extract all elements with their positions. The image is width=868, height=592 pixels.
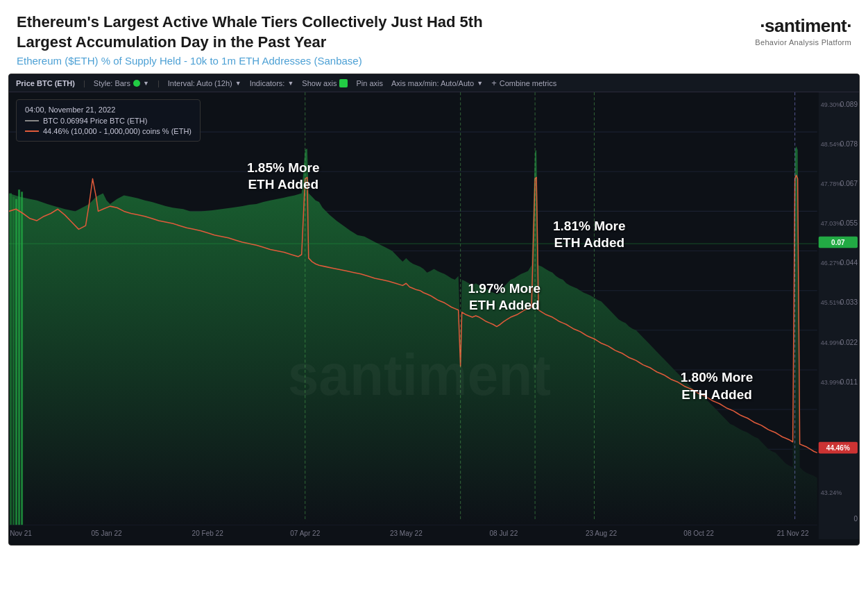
svg-text:23 May 22: 23 May 22 bbox=[390, 530, 423, 537]
svg-text:47.78%: 47.78% bbox=[821, 180, 842, 187]
svg-text:44.99%: 44.99% bbox=[821, 339, 842, 346]
svg-rect-12 bbox=[10, 194, 12, 525]
combine-metrics-btn[interactable]: + Combine metrics bbox=[491, 78, 556, 88]
svg-text:0.089: 0.089 bbox=[840, 101, 858, 108]
svg-text:08 Jul 22: 08 Jul 22 bbox=[490, 530, 518, 537]
axis-maxmin-selector[interactable]: Axis max/min: Auto/Auto ▼ bbox=[391, 79, 483, 87]
svg-text:0.07: 0.07 bbox=[831, 239, 845, 246]
svg-rect-24 bbox=[819, 92, 859, 539]
svg-text:43.24%: 43.24% bbox=[821, 489, 842, 496]
svg-text:08 Oct 22: 08 Oct 22 bbox=[683, 530, 714, 537]
svg-rect-16 bbox=[21, 192, 23, 525]
brand: ·santiment· Behavior Analysis Platform bbox=[755, 12, 851, 46]
svg-text:0.067: 0.067 bbox=[840, 180, 858, 187]
chart-plot: santiment 0.089 0.078 0.067 bbox=[9, 92, 859, 539]
svg-text:05 Jan 22: 05 Jan 22 bbox=[92, 530, 122, 537]
svg-text:0.078: 0.078 bbox=[840, 140, 858, 148]
indicators-selector[interactable]: Indicators: ▼ bbox=[250, 79, 294, 87]
interval-selector[interactable]: Interval: Auto (12h) ▼ bbox=[168, 79, 241, 87]
show-axis-label: Show axis bbox=[302, 79, 337, 87]
interval-label: Interval: Auto (12h) bbox=[168, 79, 232, 87]
brand-name: ·santiment· bbox=[760, 15, 851, 37]
axis-maxmin-label: Axis max/min: Auto/Auto bbox=[391, 79, 474, 87]
svg-text:20 Feb 22: 20 Feb 22 bbox=[192, 530, 223, 537]
tooltip-row-2: 44.46% (10,000 - 1,000,000) coins % (ETH… bbox=[25, 127, 192, 135]
indicators-label: Indicators: bbox=[250, 79, 285, 87]
svg-text:santiment: santiment bbox=[288, 343, 551, 407]
show-axis-checkbox[interactable] bbox=[339, 79, 348, 87]
green-color-dot bbox=[133, 80, 140, 87]
svg-text:23 Aug 22: 23 Aug 22 bbox=[586, 530, 617, 537]
svg-text:49.30%: 49.30% bbox=[821, 101, 842, 108]
tooltip-date: 04:00, November 21, 2022 bbox=[25, 105, 192, 114]
plus-icon: + bbox=[491, 78, 497, 88]
svg-text:44.46%: 44.46% bbox=[826, 444, 850, 452]
header-left: Ethereum's Largest Active Whale Tiers Co… bbox=[17, 12, 755, 67]
show-axis-toggle[interactable]: Show axis bbox=[302, 79, 348, 87]
svg-text:47.03%: 47.03% bbox=[821, 220, 842, 227]
svg-text:0.044: 0.044 bbox=[840, 259, 858, 267]
svg-text:0: 0 bbox=[853, 515, 858, 523]
svg-text:20 Nov 21: 20 Nov 21 bbox=[9, 530, 32, 537]
chart-title: Price BTC (ETH) bbox=[16, 79, 75, 87]
pin-axis-label: Pin axis bbox=[356, 79, 383, 87]
combine-label: Combine metrics bbox=[500, 79, 557, 87]
svg-text:0.022: 0.022 bbox=[840, 339, 858, 346]
tooltip-eth-value: 44.46% (10,000 - 1,000,000) coins % (ETH… bbox=[43, 127, 192, 135]
svg-text:43.99%: 43.99% bbox=[821, 379, 842, 386]
tooltip-btc-value: BTC 0.06994 Price BTC (ETH) bbox=[43, 117, 147, 125]
page-wrapper: Ethereum's Largest Active Whale Tiers Co… bbox=[0, 0, 868, 592]
svg-text:0.011: 0.011 bbox=[840, 378, 858, 386]
eth-legend-line bbox=[25, 130, 39, 132]
chart-container: Price BTC (ETH) | Style: Bars ▼ | Interv… bbox=[8, 74, 860, 546]
brand-tagline: Behavior Analysis Platform bbox=[755, 38, 851, 46]
svg-text:46.27%: 46.27% bbox=[821, 260, 842, 267]
svg-text:48.54%: 48.54% bbox=[821, 141, 842, 148]
pin-axis-toggle[interactable]: Pin axis bbox=[356, 79, 383, 87]
main-title: Ethereum's Largest Active Whale Tiers Co… bbox=[17, 12, 502, 52]
subtitle: Ethereum ($ETH) % of Supply Held - 10k t… bbox=[17, 55, 755, 67]
svg-rect-14 bbox=[15, 199, 17, 525]
svg-text:21 Nov 22: 21 Nov 22 bbox=[777, 530, 809, 537]
chart-toolbar: Price BTC (ETH) | Style: Bars ▼ | Interv… bbox=[9, 74, 859, 92]
svg-text:07 Apr 22: 07 Apr 22 bbox=[290, 530, 320, 537]
style-label: Style: Bars bbox=[94, 79, 130, 87]
style-arrow: ▼ bbox=[143, 80, 149, 87]
style-selector[interactable]: Style: Bars ▼ bbox=[94, 79, 149, 87]
svg-rect-13 bbox=[12, 197, 15, 525]
axis-maxmin-arrow: ▼ bbox=[477, 80, 483, 87]
svg-rect-15 bbox=[18, 189, 20, 525]
tooltip-row-1: BTC 0.06994 Price BTC (ETH) bbox=[25, 117, 192, 125]
btc-legend-line bbox=[25, 120, 39, 121]
indicators-arrow: ▼ bbox=[287, 80, 293, 87]
header: Ethereum's Largest Active Whale Tiers Co… bbox=[0, 0, 868, 74]
svg-text:0.033: 0.033 bbox=[840, 298, 858, 306]
svg-text:0.055: 0.055 bbox=[840, 219, 858, 227]
svg-text:45.51%: 45.51% bbox=[821, 299, 842, 306]
chart-svg: santiment 0.089 0.078 0.067 bbox=[9, 92, 859, 539]
interval-arrow: ▼ bbox=[235, 80, 241, 87]
chart-tooltip: 04:00, November 21, 2022 BTC 0.06994 Pri… bbox=[16, 99, 201, 142]
